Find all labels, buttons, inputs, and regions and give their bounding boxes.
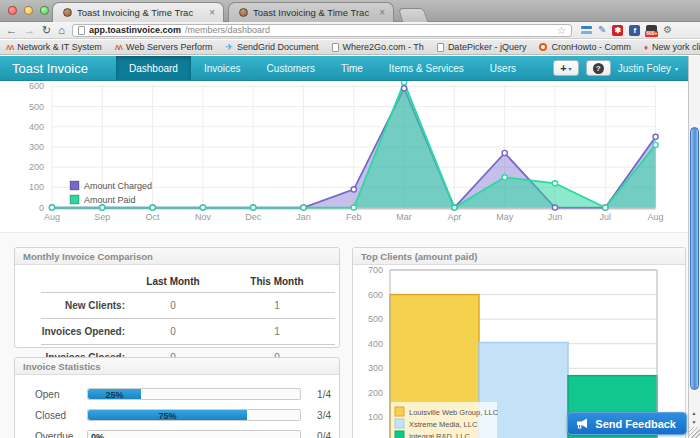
bookmark-item[interactable]: ✈SendGrid Document: [225, 42, 318, 52]
nav-item-time[interactable]: Time: [328, 56, 376, 80]
send-feedback-label: Send Feedback: [595, 418, 676, 430]
reload-icon[interactable]: ↻: [42, 25, 51, 36]
invoices-area-chart: 0100200300400500600AugSepOctNovDecJanFeb…: [0, 81, 688, 232]
comparison-last-month-value: 0: [125, 326, 221, 337]
user-menu[interactable]: Justin Foley ▾: [618, 63, 678, 74]
bookmark-item[interactable]: ♦New york clinics - 4: [644, 42, 700, 52]
progress-track: 25%: [87, 388, 301, 400]
progress-percent-label: 0%: [91, 431, 104, 438]
svg-text:Apr: Apr: [447, 212, 461, 222]
svg-text:200: 200: [368, 388, 383, 398]
url-bar[interactable]: app.toastinvoice.com /members/dashboard …: [72, 24, 572, 37]
comparison-row-label: Invoices Opened:: [41, 326, 125, 337]
send-feedback-button[interactable]: Send Feedback: [567, 412, 687, 435]
scroll-down-icon[interactable]: ▼: [689, 418, 699, 427]
page-icon: [437, 43, 444, 52]
zoom-window-button[interactable]: [40, 6, 49, 15]
svg-text:Dec: Dec: [245, 212, 262, 222]
close-window-button[interactable]: [8, 6, 17, 15]
browser-tab[interactable]: Toast Invoicing & Time Trac×: [52, 2, 224, 22]
table-row: New Clients:01: [41, 292, 335, 318]
monitis-icon: ΛΛ: [115, 44, 122, 51]
page-icon: [332, 43, 339, 52]
comparison-this-month-value: 1: [221, 326, 333, 337]
tab-close-icon[interactable]: ×: [209, 8, 215, 18]
toast-favicon: [239, 8, 248, 17]
scrollbar-thumb[interactable]: [690, 127, 699, 390]
scroll-up-icon[interactable]: ▲: [689, 409, 699, 418]
help-button[interactable]: ?: [586, 60, 611, 76]
comparison-column-header: Last Month: [125, 276, 221, 287]
tab-close-icon[interactable]: ×: [379, 8, 385, 18]
pencil-extension-icon[interactable]: ✎: [598, 25, 606, 35]
delicious-extension-icon[interactable]: ✱: [612, 25, 623, 36]
bookmark-item[interactable]: DatePicker - jQuery: [437, 42, 527, 52]
bookmarks-bar: ΛΛNetwork & IT SystemΛΛWeb Servers Perfo…: [0, 40, 700, 55]
panel-title: Top Clients (amount paid): [353, 248, 685, 265]
comparison-table: Last MonthThis MonthNew Clients:01Invoic…: [41, 271, 335, 370]
svg-text:May: May: [496, 212, 514, 222]
svg-text:Mar: Mar: [396, 212, 412, 222]
add-new-button[interactable]: + ▾: [553, 60, 578, 76]
svg-text:400: 400: [368, 339, 383, 349]
invoice-statistics-panel: Invoice Statistics Open25%1/4Closed75%3/…: [14, 357, 340, 438]
nav-item-invoices[interactable]: Invoices: [191, 56, 254, 80]
stat-fraction: 0/4: [301, 431, 331, 438]
bookmark-label: Network & IT System: [17, 42, 101, 52]
panel-title: Invoice Statistics: [15, 358, 339, 375]
nav-item-dashboard[interactable]: Dashboard: [116, 56, 191, 80]
page-scrollbar[interactable]: ▲ ▼: [688, 56, 700, 438]
browser-tab[interactable]: Toast Invoicing & Time Trac×: [228, 2, 394, 22]
caret-down-icon: ▾: [675, 65, 678, 72]
svg-text:Aug: Aug: [648, 212, 664, 222]
megaphone-icon: [576, 418, 589, 429]
stat-fraction: 3/4: [301, 410, 331, 421]
facebook-extension-icon[interactable]: f: [629, 25, 640, 36]
app-brand[interactable]: Toast Invoice: [0, 56, 116, 80]
svg-text:Aug: Aug: [44, 212, 60, 222]
back-icon[interactable]: ←: [6, 25, 17, 36]
svg-text:500: 500: [368, 314, 383, 324]
forward-icon[interactable]: →: [24, 25, 35, 36]
nav-item-users[interactable]: Users: [477, 56, 529, 80]
blue-bars-extension-icon[interactable]: [581, 26, 592, 29]
svg-text:Louisville Web Group, LLC: Louisville Web Group, LLC: [409, 408, 499, 417]
top-clients-panel: Top Clients (amount paid) 10020030040050…: [352, 247, 686, 438]
monthly-invoice-comparison-panel: Monthly Invoice Comparison Last MonthThi…: [14, 247, 340, 348]
new-tab-button[interactable]: [398, 8, 429, 22]
svg-text:600: 600: [29, 81, 44, 91]
browser-tabs: Toast Invoicing & Time Trac×Toast Invoic…: [52, 2, 426, 22]
page-icon: [78, 26, 85, 35]
wrench-menu-icon[interactable]: ⚙: [663, 25, 672, 35]
cron-icon: [539, 43, 547, 51]
progress-track: 0%: [87, 430, 301, 438]
resize-grip[interactable]: [689, 427, 700, 438]
comparison-this-month-value: 1: [221, 300, 333, 311]
svg-text:Amount Paid: Amount Paid: [84, 195, 136, 205]
svg-text:Jan: Jan: [296, 212, 311, 222]
url-path: /members/dashboard: [185, 25, 270, 35]
nav-item-items-services[interactable]: Items & Services: [376, 56, 477, 80]
stat-row: Overdue0%0/4: [35, 430, 331, 438]
statistics-rows: Open25%1/4Closed75%3/4Overdue0%0/4: [15, 375, 339, 438]
bookmark-item[interactable]: ΛΛNetwork & IT System: [6, 42, 102, 52]
comparison-last-month-value: 0: [125, 300, 221, 311]
bookmark-star-icon[interactable]: ☆: [557, 25, 566, 36]
bookmark-item[interactable]: Where2Go.com - Th: [332, 42, 424, 52]
monitis-icon: ΛΛ: [6, 44, 13, 51]
svg-text:Xstreme Media, LLC: Xstreme Media, LLC: [409, 420, 478, 429]
svg-text:Jun: Jun: [548, 212, 563, 222]
bookmark-item[interactable]: ΛΛWeb Servers Perform: [115, 42, 213, 52]
home-icon[interactable]: ⌂: [58, 25, 65, 36]
counter-extension-icon[interactable]: 600+: [646, 25, 657, 36]
bookmark-label: SendGrid Document: [237, 42, 319, 52]
nav-item-customers[interactable]: Customers: [254, 56, 328, 80]
bookmark-label: New york clinics - 4: [652, 42, 700, 52]
help-icon: ?: [593, 63, 604, 74]
svg-text:Nov: Nov: [195, 212, 212, 222]
minimize-window-button[interactable]: [24, 6, 33, 15]
svg-text:Feb: Feb: [346, 212, 362, 222]
dashboard-main: 0100200300400500600AugSepOctNovDecJanFeb…: [0, 81, 688, 438]
bookmark-item[interactable]: CronHowto - Comm: [539, 42, 631, 52]
stat-label: Closed: [35, 410, 87, 421]
